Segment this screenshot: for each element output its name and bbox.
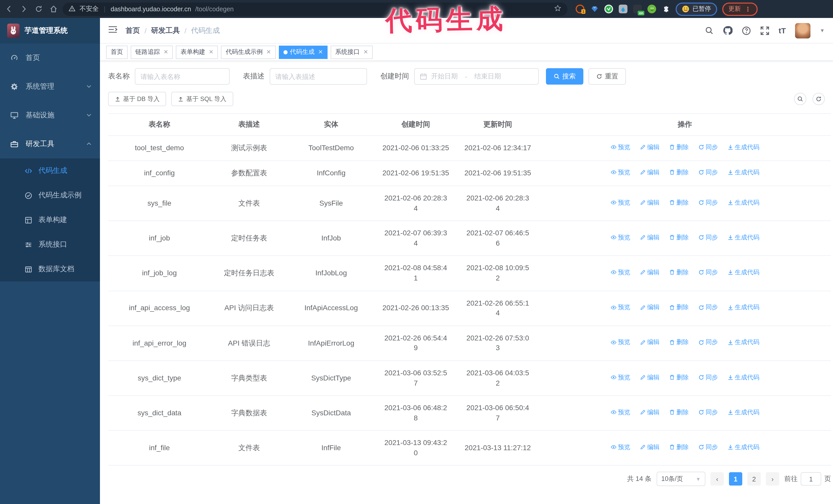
goto-page-input[interactable] bbox=[801, 473, 821, 486]
security-label[interactable]: 不安全 bbox=[79, 5, 99, 13]
edit-link[interactable]: 编辑 bbox=[640, 443, 660, 452]
generate-code-link[interactable]: 生成代码 bbox=[727, 303, 759, 312]
browser-home-icon[interactable] bbox=[50, 5, 57, 13]
import-db-button[interactable]: 基于 DB 导入 bbox=[108, 92, 166, 106]
avatar[interactable] bbox=[795, 23, 810, 38]
sync-link[interactable]: 同步 bbox=[698, 233, 718, 242]
extension-icon[interactable]: 1 bbox=[576, 5, 585, 13]
extensions-puzzle-icon[interactable] bbox=[662, 5, 670, 13]
tab-codegen[interactable]: 代码生成✕ bbox=[279, 45, 327, 59]
next-page-button[interactable]: › bbox=[766, 473, 779, 486]
edit-link[interactable]: 编辑 bbox=[640, 233, 660, 242]
extension-drop-icon[interactable] bbox=[619, 5, 627, 13]
preview-link[interactable]: 预览 bbox=[610, 233, 630, 242]
edit-link[interactable]: 编辑 bbox=[640, 143, 660, 152]
close-icon[interactable]: ✕ bbox=[318, 49, 323, 55]
generate-code-link[interactable]: 生成代码 bbox=[727, 143, 759, 152]
page-size-select[interactable]: 10条/页 ▼ bbox=[657, 472, 705, 486]
generate-code-link[interactable]: 生成代码 bbox=[727, 268, 759, 277]
prev-page-button[interactable]: ‹ bbox=[711, 473, 724, 486]
close-icon[interactable]: ✕ bbox=[266, 49, 271, 55]
sidebar-item-home[interactable]: 首页 bbox=[0, 44, 100, 72]
edit-link[interactable]: 编辑 bbox=[640, 338, 660, 347]
tab-system-api[interactable]: 系统接口✕ bbox=[331, 45, 373, 59]
generate-code-link[interactable]: 生成代码 bbox=[727, 338, 759, 347]
breadcrumb-home[interactable]: 首页 bbox=[125, 26, 140, 35]
generate-code-link[interactable]: 生成代码 bbox=[727, 233, 759, 242]
date-range-picker[interactable]: 开始日期 - 结束日期 bbox=[414, 68, 539, 85]
edit-link[interactable]: 编辑 bbox=[640, 373, 660, 382]
delete-link[interactable]: 删除 bbox=[669, 168, 689, 177]
delete-link[interactable]: 删除 bbox=[669, 443, 689, 452]
browser-back-icon[interactable] bbox=[5, 5, 13, 13]
close-icon[interactable]: ✕ bbox=[209, 49, 213, 55]
preview-link[interactable]: 预览 bbox=[610, 198, 630, 207]
sync-link[interactable]: 同步 bbox=[698, 408, 718, 416]
edit-link[interactable]: 编辑 bbox=[640, 198, 660, 207]
delete-link[interactable]: 删除 bbox=[669, 143, 689, 152]
sidebar-item-form-builder[interactable]: 表单构建 bbox=[0, 208, 100, 232]
toggle-search-button[interactable] bbox=[794, 93, 806, 105]
delete-link[interactable]: 删除 bbox=[669, 198, 689, 207]
sync-link[interactable]: 同步 bbox=[698, 198, 718, 207]
breadcrumb-devtools[interactable]: 研发工具 bbox=[151, 26, 180, 35]
browser-menu-icon[interactable]: ⋮ bbox=[745, 5, 752, 13]
extension-frog-icon[interactable] bbox=[647, 5, 656, 13]
edit-link[interactable]: 编辑 bbox=[640, 268, 660, 277]
fullscreen-icon[interactable] bbox=[760, 26, 769, 35]
sidebar-item-db-doc[interactable]: 数据库文档 bbox=[0, 257, 100, 282]
preview-link[interactable]: 预览 bbox=[610, 168, 630, 177]
tab-home[interactable]: 首页 bbox=[106, 45, 128, 59]
sync-link[interactable]: 同步 bbox=[698, 143, 718, 152]
update-button[interactable]: 更新 ⋮ bbox=[722, 2, 758, 16]
delete-link[interactable]: 删除 bbox=[669, 373, 689, 382]
sidebar-item-devtools[interactable]: 研发工具 bbox=[0, 130, 100, 159]
date-start-placeholder[interactable]: 开始日期 bbox=[431, 72, 458, 81]
extension-on-icon[interactable]: on bbox=[633, 5, 642, 13]
preview-link[interactable]: 预览 bbox=[610, 338, 630, 347]
preview-link[interactable]: 预览 bbox=[610, 373, 630, 382]
extension-v-icon[interactable] bbox=[604, 5, 613, 13]
sync-link[interactable]: 同步 bbox=[698, 168, 718, 177]
generate-code-link[interactable]: 生成代码 bbox=[727, 373, 759, 382]
preview-link[interactable]: 预览 bbox=[610, 143, 630, 152]
close-icon[interactable]: ✕ bbox=[363, 49, 368, 55]
refresh-table-button[interactable] bbox=[812, 93, 825, 105]
hamburger-icon[interactable] bbox=[108, 26, 117, 35]
page-button-1[interactable]: 1 bbox=[729, 473, 742, 486]
avatar-caret-icon[interactable]: ▼ bbox=[820, 28, 825, 33]
sidebar-item-system-api[interactable]: 系统接口 bbox=[0, 232, 100, 257]
sidebar-item-codegen[interactable]: 代码生成 bbox=[0, 159, 100, 183]
search-button[interactable]: 搜索 bbox=[546, 68, 584, 85]
preview-link[interactable]: 预览 bbox=[610, 303, 630, 312]
tab-codegen-example[interactable]: 代码生成示例✕ bbox=[221, 45, 276, 59]
browser-reload-icon[interactable] bbox=[35, 5, 43, 13]
extension-gem-icon[interactable] bbox=[590, 5, 599, 13]
help-icon[interactable] bbox=[742, 26, 751, 35]
close-icon[interactable]: ✕ bbox=[164, 49, 168, 55]
sync-link[interactable]: 同步 bbox=[698, 443, 718, 452]
generate-code-link[interactable]: 生成代码 bbox=[727, 168, 759, 177]
browser-forward-icon[interactable] bbox=[20, 5, 28, 13]
sync-link[interactable]: 同步 bbox=[698, 373, 718, 382]
delete-link[interactable]: 删除 bbox=[669, 303, 689, 312]
import-sql-button[interactable]: 基于 SQL 导入 bbox=[171, 92, 233, 106]
sync-link[interactable]: 同步 bbox=[698, 268, 718, 277]
reset-button[interactable]: 重置 bbox=[589, 68, 626, 85]
preview-link[interactable]: 预览 bbox=[610, 268, 630, 277]
edit-link[interactable]: 编辑 bbox=[640, 303, 660, 312]
generate-code-link[interactable]: 生成代码 bbox=[727, 408, 759, 416]
edit-link[interactable]: 编辑 bbox=[640, 408, 660, 416]
sidebar-item-system[interactable]: 系统管理 bbox=[0, 72, 100, 101]
preview-link[interactable]: 预览 bbox=[610, 408, 630, 416]
bookmark-star-icon[interactable] bbox=[554, 5, 561, 13]
tab-tracing[interactable]: 链路追踪✕ bbox=[131, 45, 173, 59]
sidebar-item-codegen-example[interactable]: 代码生成示例 bbox=[0, 183, 100, 208]
generate-code-link[interactable]: 生成代码 bbox=[727, 443, 759, 452]
tab-form-builder[interactable]: 表单构建✕ bbox=[176, 45, 218, 59]
page-button-2[interactable]: 2 bbox=[747, 473, 761, 486]
github-icon[interactable] bbox=[723, 26, 733, 35]
delete-link[interactable]: 删除 bbox=[669, 268, 689, 277]
table-desc-input[interactable] bbox=[270, 68, 367, 85]
preview-link[interactable]: 预览 bbox=[610, 443, 630, 452]
